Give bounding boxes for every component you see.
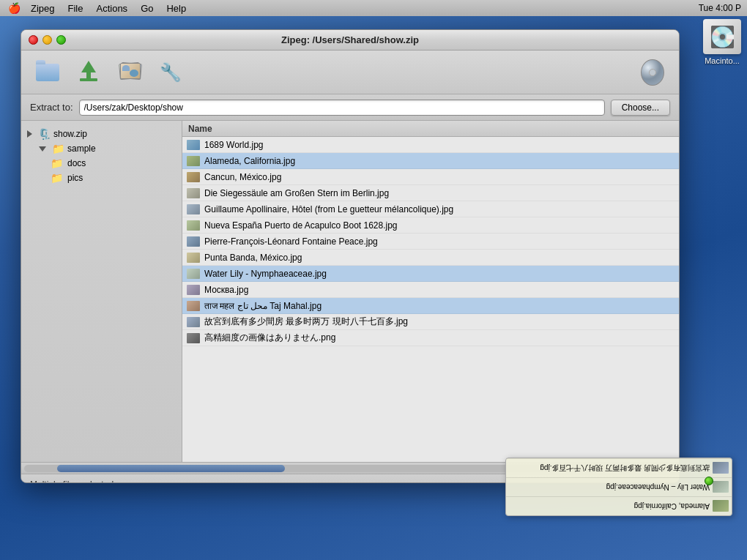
tooltip-thumb xyxy=(713,501,729,512)
extract-bar: Extract to: Choose... xyxy=(21,94,679,121)
green-indicator xyxy=(705,477,713,485)
main-window: Zipeg: /Users/Shared/show.zip xyxy=(21,29,680,483)
macintosh-hd-icon[interactable]: 💽 Macinto... xyxy=(703,19,741,65)
green-dot-icon xyxy=(705,477,713,485)
choose-button[interactable]: Choose... xyxy=(611,100,670,116)
table-row[interactable]: Москва.jpg xyxy=(182,282,679,298)
preview-icon xyxy=(118,61,141,84)
column-name-header: Name xyxy=(188,124,212,134)
file-name: 高精細度の画像はありません.png xyxy=(204,332,335,344)
table-row[interactable]: 1689 World.jpg xyxy=(182,137,679,153)
file-name: Cancun, México.jpg xyxy=(204,172,281,182)
disc-button[interactable] xyxy=(635,55,670,90)
file-name: Guillaume Apollinaire, Hôtel (from Le gu… xyxy=(204,204,453,214)
table-row[interactable]: Die Siegessäule am Großen Stern im Berli… xyxy=(182,185,679,201)
file-thumb xyxy=(187,269,200,279)
minimize-button[interactable] xyxy=(42,35,52,45)
table-row[interactable]: ताज महल محل تاج Taj Mahal.jpg xyxy=(182,298,679,314)
file-name: Pierre-François-Léonard Fontaine Peace.j… xyxy=(204,236,378,247)
file-thumb xyxy=(187,236,200,247)
close-button[interactable] xyxy=(29,35,38,45)
sidebar-folder-icon-pics: 📁 xyxy=(51,172,63,184)
file-name: Punta Banda, México.jpg xyxy=(204,253,302,263)
tooltip-row: Water Lily – Nymphaeaceae.jpg xyxy=(506,477,732,496)
traffic-lights xyxy=(29,35,66,45)
extract-button[interactable] xyxy=(71,55,106,90)
menu-items: Zipeg File Actions Go Help xyxy=(25,1,192,15)
file-thumb xyxy=(187,140,200,150)
table-row[interactable]: Water Lily - Nymphaeaceae.jpg xyxy=(182,266,679,282)
file-thumb xyxy=(187,285,200,295)
table-row[interactable]: Alameda, California.jpg xyxy=(182,153,679,169)
preview-button[interactable] xyxy=(112,55,147,90)
file-name: Die Siegessäule am Großen Stern im Berli… xyxy=(204,188,389,198)
tooltip-file-name: Alameda, California.jpg xyxy=(634,502,710,510)
tooltip-row: Alameda, California.jpg xyxy=(506,496,732,515)
file-thumb xyxy=(187,253,200,263)
table-row[interactable]: Cancun, México.jpg xyxy=(182,169,679,185)
title-bar: Zipeg: /Users/Shared/show.zip xyxy=(21,30,679,51)
tooltip-row: 故宮到底有多少間房 最多时两万 現时八千七百多.jpg xyxy=(506,458,732,477)
extract-label: Extract to: xyxy=(30,102,73,113)
extract-path-input[interactable] xyxy=(79,100,605,116)
table-row[interactable]: 高精細度の画像はありません.png xyxy=(182,330,679,346)
menu-help[interactable]: Help xyxy=(160,1,192,15)
table-row[interactable]: Guillaume Apollinaire, Hôtel (from Le gu… xyxy=(182,201,679,217)
table-row[interactable]: Pierre-François-Léonard Fontaine Peace.j… xyxy=(182,234,679,250)
file-name: 1689 World.jpg xyxy=(204,140,264,150)
sidebar-pics-label: pics xyxy=(67,173,83,183)
tooltip-overlay: 故宮到底有多少間房 最多时两万 現时八千七百多.jpgWater Lily – … xyxy=(505,458,732,516)
table-row[interactable]: 故宮到底有多少間房 最多时两万 現时八千七百多.jpg xyxy=(182,314,679,330)
file-rows-container: 1689 World.jpgAlameda, California.jpgCan… xyxy=(182,137,679,346)
tooltip-thumb xyxy=(713,463,729,474)
sidebar-item-pics[interactable]: 📁 pics xyxy=(45,171,182,185)
sidebar-item-docs[interactable]: 📁 docs xyxy=(45,156,182,171)
sidebar-folder-icon-docs: 📁 xyxy=(51,157,63,169)
table-row[interactable]: Punta Banda, México.jpg xyxy=(182,250,679,266)
file-thumb xyxy=(187,220,200,231)
sidebar-item-sample[interactable]: 📁 sample xyxy=(33,141,182,156)
sidebar-sample-label: sample xyxy=(67,143,96,154)
table-row[interactable]: Nueva España Puerto de Acapulco Boot 162… xyxy=(182,217,679,234)
menu-right: Tue 4:00 P xyxy=(699,3,741,13)
menu-go[interactable]: Go xyxy=(135,1,159,15)
file-thumb xyxy=(187,188,200,198)
extract-icon xyxy=(77,61,100,84)
file-list[interactable]: Name 1689 World.jpgAlameda, California.j… xyxy=(182,121,679,462)
open-icon xyxy=(36,61,59,84)
file-name: 故宮到底有多少間房 最多时两万 現时八千七百多.jpg xyxy=(204,316,408,328)
file-thumb xyxy=(187,204,200,214)
file-name: ताज महल محل تاج Taj Mahal.jpg xyxy=(204,301,322,311)
disc-icon xyxy=(641,61,664,84)
toolbar: 🔧 xyxy=(21,51,679,94)
mac-hd-label: Macinto... xyxy=(705,56,740,65)
sidebar-zip-label: show.zip xyxy=(53,129,87,139)
apple-menu[interactable]: 🍎 xyxy=(6,0,22,16)
window-title: Zipeg: /Users/Shared/show.zip xyxy=(281,34,419,45)
sidebar-item-showzip[interactable]: 🗜️ show.zip xyxy=(21,127,182,141)
sidebar-docs-label: docs xyxy=(67,158,86,168)
zoom-button[interactable] xyxy=(56,35,66,45)
tooltip-thumb xyxy=(713,482,729,493)
menu-bar: 🍎 Zipeg File Actions Go Help Tue 4:00 P xyxy=(0,0,747,16)
tools-button[interactable]: 🔧 xyxy=(153,55,188,90)
file-thumb xyxy=(187,317,200,327)
file-list-header: Name xyxy=(182,121,679,137)
status-text: Multiple files selected xyxy=(30,479,114,484)
tools-icon: 🔧 xyxy=(159,61,182,84)
menu-actions[interactable]: Actions xyxy=(90,1,133,15)
menu-zipeg[interactable]: Zipeg xyxy=(25,1,61,15)
file-name: Москва.jpg xyxy=(204,285,248,295)
menu-time: Tue 4:00 P xyxy=(699,3,741,13)
content-area: 🗜️ show.zip 📁 sample 📁 docs 📁 pics xyxy=(21,121,679,462)
open-button[interactable] xyxy=(30,55,65,90)
scroll-thumb[interactable] xyxy=(57,465,286,472)
menu-file[interactable]: File xyxy=(62,1,89,15)
file-thumb xyxy=(187,172,200,182)
mac-hd-image: 💽 xyxy=(703,19,741,54)
file-thumb xyxy=(187,333,200,343)
sidebar-expand-open-icon xyxy=(39,146,49,152)
sidebar-zip-icon: 🗜️ xyxy=(38,128,51,140)
file-name: Water Lily - Nymphaeaceae.jpg xyxy=(204,269,327,279)
file-thumb xyxy=(187,156,200,166)
